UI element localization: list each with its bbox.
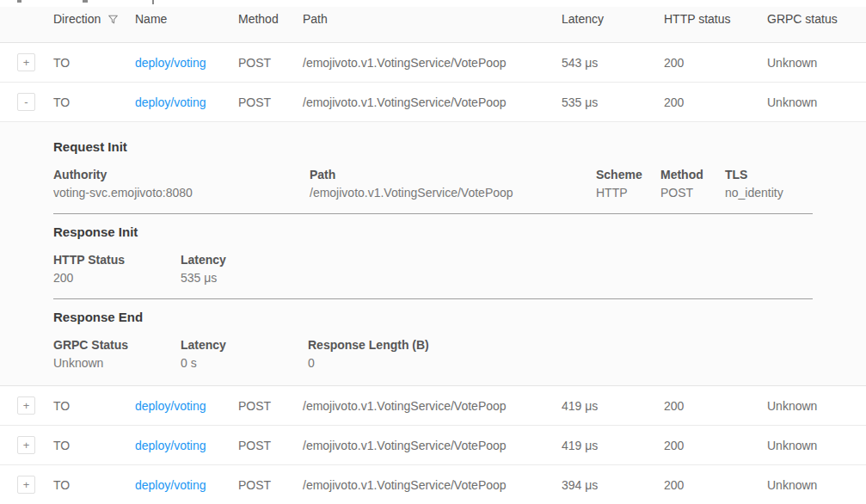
field-value: voting-svc.emojivoto:8080 <box>53 186 310 200</box>
field-label: Latency <box>181 253 813 267</box>
http-status-cell: 200 <box>664 478 767 492</box>
table-row: + TO deploy/voting POST /emojivoto.v1.Vo… <box>0 426 866 465</box>
field-value: 0 <box>308 356 813 370</box>
field-value: 200 <box>53 271 181 285</box>
field-value: 535 μs <box>181 271 813 285</box>
resource-link[interactable]: deploy/voting <box>135 478 206 492</box>
expand-row-button[interactable]: + <box>17 396 35 415</box>
field-value: Unknown <box>53 356 181 370</box>
response-length-field: Response Length (B) 0 <box>308 338 813 370</box>
method-cell: POST <box>238 478 303 492</box>
resource-link[interactable]: deploy/voting <box>135 439 206 452</box>
field-label: Method <box>660 168 725 181</box>
method-cell: POST <box>238 399 303 413</box>
name-cell: deploy/voting <box>135 56 238 70</box>
table-row: + TO deploy/voting POST /emojivoto.v1.Vo… <box>0 465 866 504</box>
field-label: Path <box>310 168 596 181</box>
expand-row-button[interactable]: + <box>17 53 35 71</box>
path-cell: /emojivoto.v1.VotingService/VotePoop <box>303 478 562 492</box>
expander-cell: + <box>0 53 53 71</box>
path-cell: /emojivoto.v1.VotingService/VotePoop <box>303 399 562 413</box>
latency-cell: 419 μs <box>562 439 664 452</box>
section-title: Response Init <box>53 224 813 239</box>
latency-cell: 394 μs <box>562 478 664 492</box>
expander-cell: + <box>0 396 53 415</box>
field-label: HTTP Status <box>53 253 181 267</box>
grpc-status-cell: Unknown <box>767 56 866 70</box>
grpc-status-cell: Unknown <box>767 95 866 109</box>
column-header-method: Method <box>238 12 303 26</box>
response-end-section: Response End GRPC Status Unknown Latency… <box>53 310 813 377</box>
grpc-status-field: GRPC Status Unknown <box>53 338 181 370</box>
method-cell: POST <box>238 56 303 70</box>
table-row: - TO deploy/voting POST /emojivoto.v1.Vo… <box>0 83 866 122</box>
filter-icon[interactable] <box>107 14 119 25</box>
name-cell: deploy/voting <box>135 399 238 413</box>
direction-cell: TO <box>53 399 135 413</box>
path-cell: /emojivoto.v1.VotingService/VotePoop <box>303 95 562 109</box>
expand-row-button[interactable]: + <box>17 476 35 494</box>
http-status-cell: 200 <box>664 95 767 109</box>
field-value: 0 s <box>181 356 308 370</box>
tap-table: Direction Name Method Path Latency HTTP … <box>0 0 866 504</box>
name-cell: deploy/voting <box>135 439 238 452</box>
scheme-field: Scheme HTTP <box>596 168 660 200</box>
latency-field: Latency 0 s <box>181 338 308 370</box>
column-header-name: Name <box>135 12 238 26</box>
field-label: TLS <box>725 168 813 181</box>
http-status-cell: 200 <box>664 399 767 413</box>
column-header-label: Direction <box>53 12 101 26</box>
request-init-section: Request Init Authority voting-svc.emojiv… <box>53 139 813 214</box>
http-status-cell: 200 <box>664 56 767 70</box>
clipped-row-remnant <box>0 0 866 7</box>
field-label: Scheme <box>596 168 660 181</box>
http-status-cell: 200 <box>664 439 767 452</box>
column-header-latency: Latency <box>562 12 664 26</box>
column-header-http-status: HTTP status <box>664 12 767 26</box>
method-cell: POST <box>238 95 303 109</box>
collapse-row-button[interactable]: - <box>17 93 35 111</box>
resource-link[interactable]: deploy/voting <box>135 56 206 70</box>
column-header-grpc-status: GRPC status <box>767 12 866 26</box>
latency-cell: 543 μs <box>562 56 664 70</box>
field-value: HTTP <box>596 186 660 200</box>
response-init-section: Response Init HTTP Status 200 Latency 53… <box>53 224 813 299</box>
section-title: Response End <box>53 310 813 324</box>
direction-cell: TO <box>53 478 135 492</box>
name-cell: deploy/voting <box>135 95 238 109</box>
field-label: Response Length (B) <box>308 338 813 352</box>
column-header-path: Path <box>303 12 562 26</box>
expander-cell: - <box>0 93 53 111</box>
expander-cell: + <box>0 476 53 494</box>
section-title: Request Init <box>53 139 813 154</box>
expander-cell: + <box>0 436 53 454</box>
latency-cell: 535 μs <box>562 95 664 109</box>
path-field: Path /emojivoto.v1.VotingService/VotePoo… <box>310 168 596 200</box>
resource-link[interactable]: deploy/voting <box>135 399 206 413</box>
http-status-field: HTTP Status 200 <box>53 253 181 285</box>
direction-cell: TO <box>53 439 135 452</box>
direction-cell: TO <box>53 95 135 109</box>
field-value: POST <box>660 186 725 200</box>
grpc-status-cell: Unknown <box>767 478 866 492</box>
path-cell: /emojivoto.v1.VotingService/VotePoop <box>303 56 562 70</box>
path-cell: /emojivoto.v1.VotingService/VotePoop <box>303 439 562 452</box>
table-row: + TO deploy/voting POST /emojivoto.v1.Vo… <box>0 43 866 83</box>
authority-field: Authority voting-svc.emojivoto:8080 <box>53 168 310 200</box>
column-header-direction: Direction <box>53 12 135 26</box>
resource-link[interactable]: deploy/voting <box>135 95 206 109</box>
grpc-status-cell: Unknown <box>767 399 866 413</box>
latency-cell: 419 μs <box>562 399 664 413</box>
field-label: GRPC Status <box>53 338 181 352</box>
field-label: Latency <box>181 338 308 352</box>
method-field: Method POST <box>660 168 725 200</box>
method-cell: POST <box>238 439 303 452</box>
expand-row-button[interactable]: + <box>17 436 35 454</box>
row-detail-panel: Request Init Authority voting-svc.emojiv… <box>0 122 866 386</box>
name-cell: deploy/voting <box>135 478 238 492</box>
grpc-status-cell: Unknown <box>767 439 866 452</box>
direction-cell: TO <box>53 56 135 70</box>
tls-field: TLS no_identity <box>725 168 813 200</box>
table-header-row: Direction Name Method Path Latency HTTP … <box>0 7 866 43</box>
field-value: no_identity <box>725 186 813 200</box>
